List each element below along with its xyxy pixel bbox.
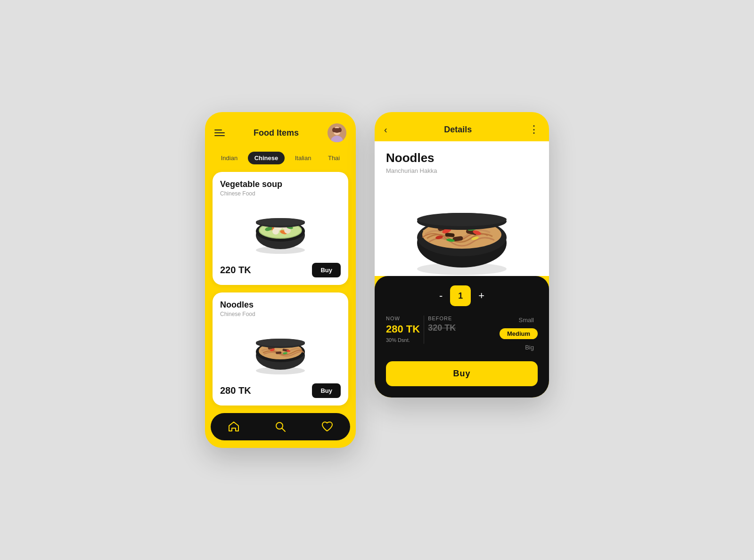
quantity-row: - 1 +	[386, 285, 538, 306]
tab-italian[interactable]: Italian	[288, 152, 318, 164]
tab-thai[interactable]: Thai	[321, 152, 346, 164]
category-tabs: Indian Chinese Italian Thai	[205, 148, 356, 172]
avatar[interactable]	[328, 123, 346, 142]
detail-title: Details	[444, 125, 472, 135]
price-size-row: NOW 280 TK 30% Dsnt. BEFORE 320 TK Small…	[386, 316, 538, 352]
right-phone: ‹ Details ⋮ Noodles Manchurian Hakka	[375, 112, 549, 398]
quantity-decrease-button[interactable]: -	[439, 290, 443, 302]
detail-header: ‹ Details ⋮	[375, 112, 549, 141]
left-header: Food Items	[205, 112, 356, 148]
detail-food-image	[386, 182, 538, 276]
price-now-block: NOW 280 TK 30% Dsnt.	[386, 316, 420, 343]
food-card-image-noodles	[220, 321, 341, 378]
svg-point-15	[272, 228, 279, 235]
size-big[interactable]: Big	[521, 343, 538, 352]
food-card-subtitle-noodles: Chinese Food	[220, 311, 341, 317]
screen-container: Food Items Indian Chinese Italian Thai	[186, 93, 568, 467]
heart-nav-icon[interactable]	[321, 421, 333, 433]
quantity-display: 1	[450, 285, 471, 306]
price-now-label: NOW	[386, 316, 420, 321]
buy-button-detail[interactable]: Buy	[386, 361, 538, 386]
tab-chinese[interactable]: Chinese	[248, 152, 285, 164]
page-title: Food Items	[254, 128, 299, 138]
tab-indian[interactable]: Indian	[214, 152, 244, 164]
price-discount-label: 30% Dsnt.	[386, 337, 420, 343]
food-price-noodles: 280 TK	[220, 385, 251, 396]
more-options-icon[interactable]: ⋮	[529, 123, 540, 136]
detail-food-name: Noodles	[386, 151, 538, 165]
detail-content: Noodles Manchurian Hakka	[375, 141, 549, 276]
size-medium[interactable]: Medium	[500, 328, 538, 339]
food-price-soup: 220 TK	[220, 265, 251, 276]
food-card-image-soup	[220, 201, 341, 257]
svg-point-52	[417, 213, 507, 226]
food-card-title-noodles: Noodles	[220, 300, 341, 310]
food-card-subtitle-soup: Chinese Food	[220, 190, 341, 197]
food-card-title-soup: Vegetable soup	[220, 179, 341, 189]
food-card-noodles[interactable]: Noodles Chinese Food	[213, 292, 348, 406]
home-nav-icon[interactable]	[228, 421, 240, 433]
food-card-footer-noodles: 280 TK Buy	[220, 383, 341, 398]
buy-button-noodles[interactable]: Buy	[312, 383, 341, 398]
purchase-panel: - 1 + NOW 280 TK 30% Dsnt. BEFORE 320 TK…	[375, 276, 549, 398]
price-now-value: 280 TK	[386, 323, 420, 335]
detail-food-subtitle: Manchurian Hakka	[386, 167, 538, 174]
bottom-nav	[211, 413, 350, 440]
svg-point-5	[338, 128, 342, 132]
quantity-increase-button[interactable]: +	[478, 290, 484, 302]
food-card-footer-soup: 220 TK Buy	[220, 263, 341, 277]
left-phone: Food Items Indian Chinese Italian Thai	[205, 112, 356, 448]
svg-point-33	[256, 339, 305, 346]
price-before-block: BEFORE 320 TK	[428, 316, 456, 333]
svg-point-4	[332, 128, 336, 132]
svg-line-35	[282, 429, 285, 432]
hamburger-icon[interactable]	[214, 130, 225, 136]
back-button[interactable]: ‹	[384, 124, 387, 135]
food-list: Vegetable soup Chinese Food	[205, 172, 356, 406]
size-options: Small Medium Big	[500, 316, 538, 352]
search-nav-icon[interactable]	[274, 421, 287, 433]
buy-button-soup[interactable]: Buy	[312, 263, 341, 277]
price-before-value: 320 TK	[428, 323, 456, 333]
size-small[interactable]: Small	[515, 316, 538, 325]
price-before-label: BEFORE	[428, 316, 456, 321]
food-card-soup[interactable]: Vegetable soup Chinese Food	[213, 172, 348, 285]
price-divider	[424, 316, 424, 344]
svg-point-20	[256, 218, 305, 226]
